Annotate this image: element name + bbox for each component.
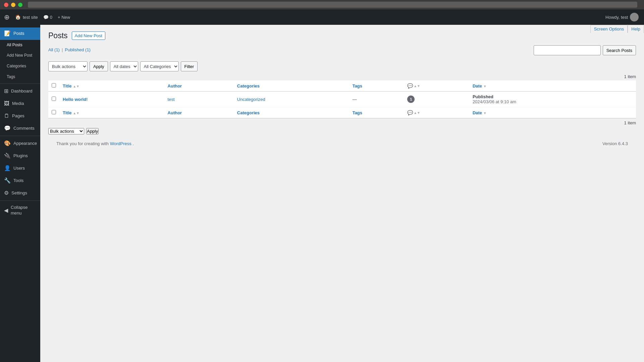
apply-button-top[interactable]: Apply	[90, 61, 108, 71]
wp-logo[interactable]: ⊕	[4, 14, 10, 20]
sidebar-dashboard-label: Dashboard	[11, 88, 33, 94]
date-sort-icon: ▼	[483, 84, 487, 88]
screen-options-bar: Screen Options Help	[590, 25, 644, 33]
add-new-post-label: Add New Post	[7, 53, 32, 58]
row-checkbox[interactable]	[52, 97, 56, 101]
apply-button-bottom[interactable]: Apply	[86, 128, 99, 134]
select-all-checkbox[interactable]	[52, 83, 56, 87]
sidebar-settings-label: Settings	[11, 190, 27, 196]
table-header-categories: Categories	[234, 80, 349, 92]
row-comments-cell: 1	[404, 92, 469, 107]
bulk-actions-select-bottom[interactable]: Bulk actions Edit Move to Trash	[48, 128, 84, 134]
filter-link-all[interactable]: All (1)	[48, 47, 60, 52]
table-header-row: Title ▲▼ Author Categories Tags 💬	[48, 80, 636, 92]
sidebar-item-tags[interactable]: Tags	[0, 72, 40, 82]
categories-header-label: Categories	[237, 83, 260, 88]
dates-select[interactable]: All dates	[110, 61, 138, 71]
date-status: Published	[473, 94, 633, 99]
categories-label: Categories	[7, 64, 26, 69]
sidebar-media-label: Media	[12, 101, 24, 107]
admin-bar-howdy[interactable]: Howdy, test	[605, 13, 639, 21]
help-button[interactable]: Help	[628, 25, 644, 33]
author-footer-label: Author	[168, 110, 182, 115]
admin-bar-comments[interactable]: 💬 0	[43, 15, 52, 20]
page-header: Posts Add New Post	[48, 32, 636, 40]
howdy-text: Howdy, test	[605, 15, 628, 20]
table-footer-categories: Categories	[234, 107, 349, 118]
items-count-top: 1 item	[48, 74, 636, 79]
add-new-post-button[interactable]: Add New Post	[72, 32, 105, 40]
titlebar-minimize-btn[interactable]	[11, 3, 15, 7]
table-header-title[interactable]: Title ▲▼	[59, 80, 164, 92]
sidebar-users-label: Users	[13, 166, 25, 171]
sidebar-item-dashboard[interactable]: ⊞ Dashboard	[0, 85, 40, 98]
sidebar-item-posts[interactable]: 📝 Posts	[0, 27, 40, 40]
titlebar-close-btn[interactable]	[4, 3, 8, 7]
category-link[interactable]: Uncategorized	[237, 97, 265, 102]
table-footer-comments[interactable]: 💬 ▲▼	[404, 107, 469, 118]
comments-icon: 💬	[4, 125, 11, 132]
table-footer-tags: Tags	[349, 107, 404, 118]
table-header-comments[interactable]: 💬 ▲▼	[404, 80, 469, 92]
footer-period: .	[132, 141, 134, 146]
sidebar-item-comments[interactable]: 💬 Comments	[0, 122, 40, 135]
sidebar-item-all-posts[interactable]: All Posts	[0, 40, 40, 51]
appearance-icon: 🎨	[4, 140, 11, 147]
sidebar-item-settings[interactable]: ⚙ Settings	[0, 187, 40, 199]
date-header-label: Date	[473, 83, 482, 88]
sidebar-item-appearance[interactable]: 🎨 Appearance	[0, 137, 40, 150]
bulk-actions-select-top[interactable]: Bulk actions Edit Move to Trash	[48, 61, 88, 71]
table-header-checkbox	[48, 80, 59, 92]
comment-count-badge[interactable]: 1	[407, 96, 415, 103]
table-footer-checkbox	[48, 107, 59, 118]
site-name: test site	[23, 15, 38, 20]
comment-icon: 💬	[43, 15, 49, 20]
comments-footer-sort-icon: ▲▼	[414, 111, 420, 115]
tags-value: —	[353, 97, 357, 102]
sidebar-appearance-label: Appearance	[13, 141, 37, 146]
search-input[interactable]	[534, 45, 601, 55]
dashboard-icon: ⊞	[4, 88, 8, 95]
sidebar-item-pages[interactable]: 🗒 Pages	[0, 110, 40, 122]
sidebar-tools-label: Tools	[13, 178, 23, 184]
categories-footer-label: Categories	[237, 110, 260, 115]
screen-options-button[interactable]: Screen Options	[590, 25, 628, 33]
sidebar-item-add-new-post[interactable]: Add New Post	[0, 50, 40, 61]
table-footer-title[interactable]: Title ▲▼	[59, 107, 164, 118]
sidebar-item-media[interactable]: 🖼 Media	[0, 98, 40, 110]
select-all-footer-checkbox[interactable]	[52, 110, 56, 114]
table-row: Hello world! test Uncategorized — 1	[48, 92, 636, 107]
posts-icon: 📝	[4, 30, 11, 37]
admin-bar-site[interactable]: 🏠 test site	[15, 14, 38, 20]
address-bar[interactable]	[28, 2, 637, 8]
author-link[interactable]: test	[168, 97, 175, 102]
sidebar-item-users[interactable]: 👤 Users	[0, 162, 40, 175]
categories-select[interactable]: All Categories	[140, 61, 179, 71]
tags-label: Tags	[7, 74, 15, 80]
footer-wp-link[interactable]: WordPress	[110, 141, 131, 146]
sidebar-item-plugins[interactable]: 🔌 Plugins	[0, 150, 40, 162]
filter-button[interactable]: Filter	[181, 61, 198, 71]
table-header-tags: Tags	[349, 80, 404, 92]
items-count-bottom: 1 item	[48, 120, 636, 125]
table-footer-row: Title ▲▼ Author Categories Tags 💬	[48, 107, 636, 118]
table-footer-date[interactable]: Date ▼	[469, 107, 636, 118]
search-posts-button[interactable]: Search Posts	[603, 45, 636, 55]
comments-sort-icon: ▲▼	[414, 84, 420, 88]
sidebar-item-categories[interactable]: Categories	[0, 61, 40, 72]
sidebar-item-tools[interactable]: 🔧 Tools	[0, 175, 40, 187]
row-checkbox-cell	[48, 92, 59, 107]
footer-version: Version 6.4.3	[602, 141, 628, 146]
sidebar-comments-label: Comments	[13, 126, 35, 131]
admin-bar-new[interactable]: + New	[58, 15, 70, 20]
comments-column-icon: 💬	[407, 83, 413, 88]
table-header-date[interactable]: Date ▼	[469, 80, 636, 92]
titlebar-maximize-btn[interactable]	[18, 3, 22, 7]
sidebar-divider-2	[0, 136, 40, 136]
toolbar-bottom: Bulk actions Edit Move to Trash Apply	[48, 128, 636, 134]
sidebar-collapse[interactable]: ◀ Collapse menu	[0, 202, 40, 219]
filter-link-published[interactable]: Published (1)	[65, 47, 91, 52]
post-title-link[interactable]: Hello world!	[63, 97, 88, 102]
new-label: + New	[58, 15, 70, 20]
sidebar-pages-label: Pages	[12, 113, 24, 119]
